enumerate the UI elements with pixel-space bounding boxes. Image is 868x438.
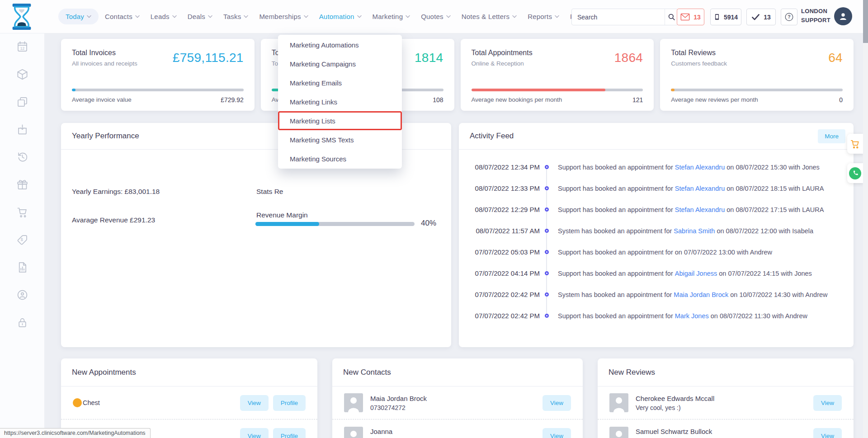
location-label: LONDON SUPPORT bbox=[801, 7, 833, 25]
profile-button[interactable]: Profile bbox=[273, 395, 306, 411]
appointment-label: Chest bbox=[83, 399, 100, 406]
activity-entry: 07/07/2022 02:42 PMSystem has booked an … bbox=[459, 284, 844, 305]
menu-item-marketing-emails[interactable]: Marketing Emails bbox=[278, 73, 402, 92]
sidebar-item-copy[interactable] bbox=[0, 88, 44, 116]
sidebar-item-account[interactable] bbox=[0, 281, 44, 309]
nav-item-automation[interactable]: Automation bbox=[315, 9, 366, 24]
sidebar-item-calendar[interactable]: 12 bbox=[0, 33, 44, 61]
view-button[interactable]: View bbox=[813, 395, 842, 411]
menu-item-marketing-automations[interactable]: Marketing Automations bbox=[278, 35, 402, 54]
contact-link[interactable]: Stefan Alexandru bbox=[675, 206, 725, 213]
package-icon bbox=[16, 68, 28, 80]
menu-item-marketing-sms-texts[interactable]: Marketing SMS Texts bbox=[278, 130, 402, 149]
new-contacts-header: New Contacts bbox=[332, 358, 583, 386]
timeline-marker-icon bbox=[545, 207, 549, 212]
search-input[interactable] bbox=[572, 9, 665, 25]
contact-row: Maia Jordan Brock0730274272View bbox=[332, 386, 583, 419]
app-logo-hourglass-icon[interactable] bbox=[11, 4, 33, 30]
sidebar-item-report[interactable] bbox=[0, 254, 44, 281]
review-row: Samuel Schwartz BullockNice!View bbox=[598, 419, 854, 438]
activity-text-post: on 08/07/2022 17:15 with LAURA bbox=[725, 206, 824, 213]
svg-text:$: $ bbox=[20, 237, 23, 242]
floating-cart-button[interactable] bbox=[847, 134, 863, 154]
chevron-down-icon bbox=[208, 15, 212, 18]
view-button[interactable]: View bbox=[813, 428, 842, 438]
revenue-margin-bar bbox=[255, 222, 415, 226]
sidebar-item-history[interactable] bbox=[0, 143, 44, 171]
stat-card-progress-fill bbox=[671, 89, 675, 91]
search-box bbox=[571, 9, 678, 25]
nav-item-tasks[interactable]: Tasks bbox=[219, 9, 253, 24]
nav-item-marketing[interactable]: Marketing bbox=[368, 9, 415, 24]
sidebar-item-bag[interactable] bbox=[0, 116, 44, 143]
nav-item-reports[interactable]: Reports bbox=[523, 9, 564, 24]
page-scrollbar[interactable] bbox=[863, 0, 868, 438]
review-row: Cherokee Edwards MccallVery cool, yes :)… bbox=[598, 386, 854, 419]
activity-feed-header: Activity Feed More bbox=[459, 123, 854, 150]
menu-item-label: Marketing Links bbox=[290, 98, 337, 106]
browser-status-bar: https://server3.clinicsoftware.com/Marke… bbox=[0, 428, 151, 438]
activity-text-pre: Support has booked an appointment for bbox=[558, 270, 675, 277]
menu-item-marketing-links[interactable]: Marketing Links bbox=[278, 92, 402, 111]
history-icon bbox=[16, 151, 28, 163]
stat-card-value: £759,115.21 bbox=[173, 51, 244, 65]
nav-item-quotes[interactable]: Quotes bbox=[416, 9, 455, 24]
sidebar-item-lock[interactable] bbox=[0, 309, 44, 336]
nav-item-deals[interactable]: Deals bbox=[183, 9, 217, 24]
activity-entry: 07/07/2022 04:14 PMSupport has booked an… bbox=[459, 263, 844, 284]
stat-card-footer-value: £729.92 bbox=[221, 96, 244, 104]
contact-link[interactable]: Stefan Alexandru bbox=[675, 164, 725, 171]
user-avatar[interactable] bbox=[834, 7, 852, 25]
sidebar-item-gift[interactable] bbox=[0, 171, 44, 198]
dashboard-page: TodayContactsLeadsDealsTasksMembershipsA… bbox=[0, 0, 868, 438]
menu-item-marketing-lists[interactable]: Marketing Lists bbox=[278, 111, 402, 130]
contact-link[interactable]: Mark Jones bbox=[675, 312, 709, 320]
activity-feed-list: 08/07/2022 12:34 PMSupport has booked an… bbox=[459, 150, 854, 326]
nav-item-leads[interactable]: Leads bbox=[146, 9, 181, 24]
menu-item-marketing-sources[interactable]: Marketing Sources bbox=[278, 149, 402, 168]
location-line1: LONDON bbox=[801, 7, 833, 16]
sidebar-item-cart[interactable] bbox=[0, 198, 44, 226]
person-info: Samuel Schwartz BullockNice! bbox=[636, 428, 712, 438]
more-button[interactable]: More bbox=[818, 129, 845, 143]
mail-badge[interactable]: 13 bbox=[677, 9, 704, 25]
stat-card-subtitle: Customers feedback bbox=[671, 60, 727, 67]
contact-link[interactable]: Maia Jordan Brock bbox=[674, 291, 728, 298]
yearly-earnings: Yearly Earnings: £83,001.18 bbox=[72, 188, 160, 196]
scrollbar-thumb[interactable] bbox=[863, 0, 868, 43]
person-icon bbox=[838, 11, 849, 22]
nav-item-label: Quotes bbox=[421, 13, 443, 20]
person-name: Samuel Schwartz Bullock bbox=[636, 428, 712, 435]
nav-item-memberships[interactable]: Memberships bbox=[255, 9, 312, 24]
contact-link[interactable]: Stefan Alexandru bbox=[675, 185, 725, 192]
menu-item-label: Marketing Automations bbox=[290, 41, 359, 49]
sidebar-item-package[interactable] bbox=[0, 61, 44, 88]
copy-icon bbox=[16, 96, 28, 108]
left-sidebar: 12$ bbox=[0, 33, 44, 438]
contact-link[interactable]: Abigail Joness bbox=[675, 270, 717, 277]
contact-link[interactable]: Sabrina Smith bbox=[674, 227, 715, 235]
calls-badge[interactable]: 5914 bbox=[710, 9, 741, 25]
nav-item-notes-letters[interactable]: Notes & Letters bbox=[457, 9, 521, 24]
view-button[interactable]: View bbox=[240, 395, 269, 411]
search-icon[interactable] bbox=[665, 9, 678, 25]
floating-phone-button[interactable] bbox=[847, 163, 863, 183]
menu-item-marketing-campaigns[interactable]: Marketing Campaigns bbox=[278, 54, 402, 73]
tasks-badge[interactable]: 13 bbox=[746, 9, 776, 25]
question-icon: ? bbox=[784, 12, 794, 22]
stat-card-progress-fill bbox=[472, 89, 605, 91]
nav-item-today[interactable]: Today bbox=[58, 9, 99, 24]
timeline-marker-icon bbox=[545, 250, 549, 254]
chevron-down-icon bbox=[244, 15, 248, 18]
timeline-marker-icon bbox=[545, 271, 549, 275]
help-button[interactable]: ? bbox=[781, 9, 797, 25]
view-button[interactable]: View bbox=[542, 428, 571, 438]
view-button[interactable]: View bbox=[240, 428, 269, 438]
nav-item-contacts[interactable]: Contacts bbox=[100, 9, 144, 24]
person-name: Maia Jordan Brock bbox=[370, 395, 427, 402]
stat-card-value: 1864 bbox=[614, 51, 643, 65]
view-button[interactable]: View bbox=[542, 395, 571, 411]
avatar bbox=[609, 427, 628, 438]
sidebar-item-price-tag[interactable]: $ bbox=[0, 226, 44, 254]
profile-button[interactable]: Profile bbox=[273, 428, 306, 438]
